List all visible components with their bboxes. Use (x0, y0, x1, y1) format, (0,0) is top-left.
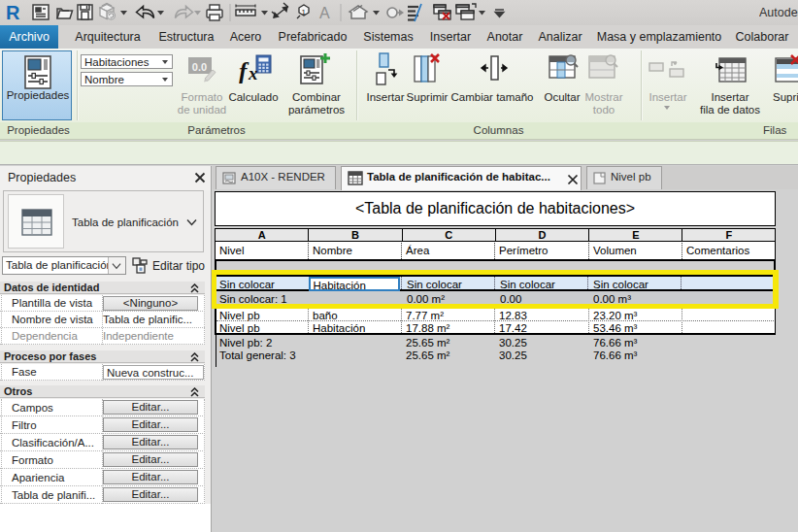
svg-text:A: A (319, 5, 330, 21)
svg-text:0.0: 0.0 (192, 61, 207, 73)
svg-text:x: x (248, 63, 258, 83)
svg-text:R: R (6, 2, 20, 23)
svg-text:1: 1 (302, 8, 307, 17)
